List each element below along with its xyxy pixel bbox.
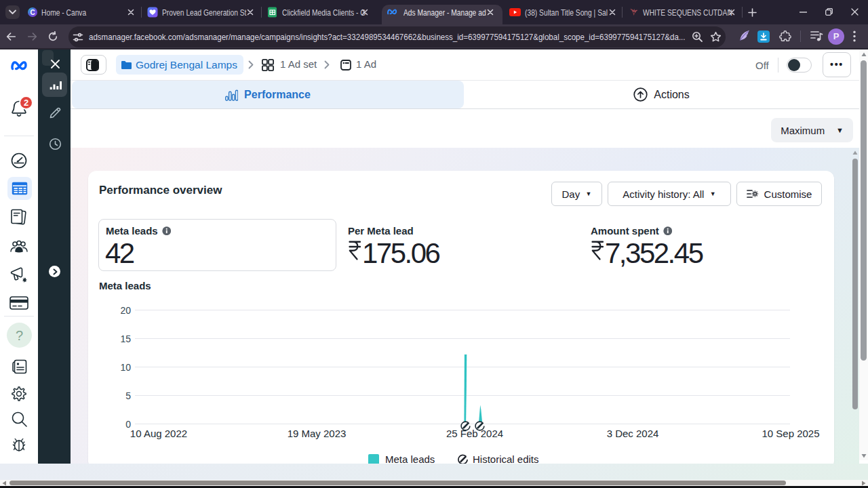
svg-text:20: 20	[120, 305, 131, 316]
svg-text:25 Feb 2024: 25 Feb 2024	[446, 428, 503, 439]
svg-text:19 May 2023: 19 May 2023	[288, 428, 347, 439]
svg-text:10 Sep 2025: 10 Sep 2025	[762, 428, 819, 439]
svg-text:15: 15	[120, 333, 131, 344]
svg-text:10: 10	[120, 362, 131, 373]
svg-text:5: 5	[125, 390, 131, 401]
svg-text:3 Dec 2024: 3 Dec 2024	[607, 428, 659, 439]
svg-text:C: C	[30, 9, 35, 16]
svg-text:10 Aug 2022: 10 Aug 2022	[130, 428, 187, 439]
